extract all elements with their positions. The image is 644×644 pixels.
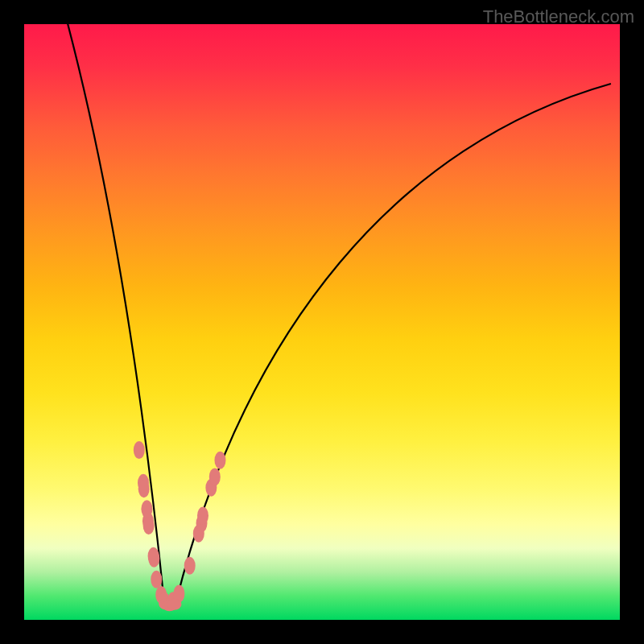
- plot-area: [24, 24, 620, 620]
- svg-point-19: [214, 452, 225, 469]
- svg-point-13: [184, 557, 196, 575]
- svg-point-5: [143, 517, 155, 535]
- svg-point-2: [138, 480, 150, 497]
- svg-point-8: [151, 571, 162, 588]
- svg-point-7: [148, 550, 159, 568]
- svg-point-18: [209, 468, 221, 485]
- chart-svg: [24, 24, 620, 620]
- svg-point-22: [167, 599, 181, 610]
- data-markers: [134, 441, 226, 611]
- svg-point-0: [134, 441, 145, 459]
- svg-point-16: [197, 507, 208, 525]
- watermark-text: TheBottleneck.com: [483, 6, 634, 27]
